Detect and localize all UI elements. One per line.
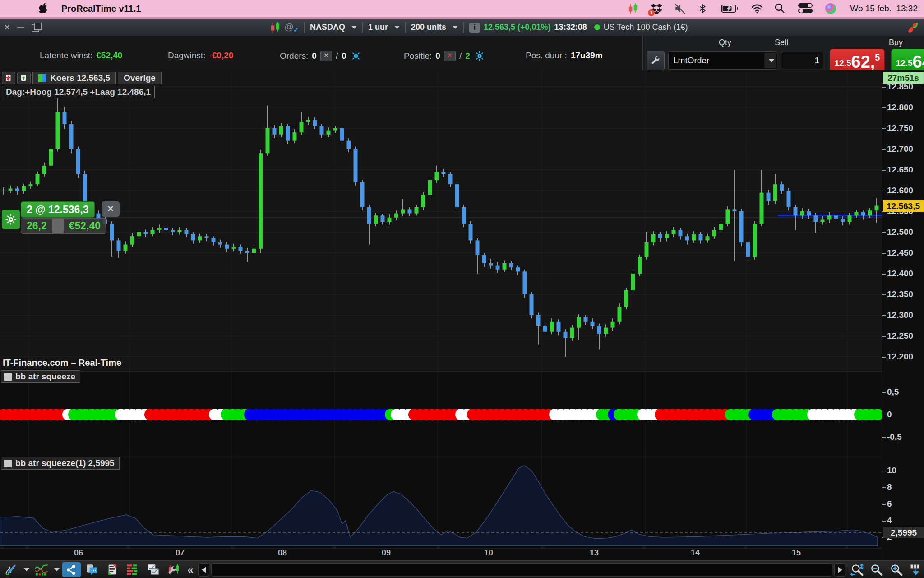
tab-overige[interactable]: Overige (118, 72, 162, 84)
info-icon[interactable]: i (469, 23, 480, 33)
position-close-button[interactable]: × (102, 201, 120, 217)
app-title: ProRealTime v11.1 (61, 4, 141, 14)
candlestick-icon[interactable] (627, 3, 639, 14)
axis-label: 12.400 (887, 269, 913, 279)
indicator2-label[interactable]: bb atr squeeze(1) 2,5995 (1, 457, 120, 470)
news-button[interactable] (103, 562, 121, 577)
axis-tick (882, 191, 886, 191)
draw-dropdown-arrow[interactable] (20, 562, 30, 577)
scroll-right-button[interactable] (834, 563, 846, 577)
chevron-down-icon (769, 59, 774, 62)
chat-button[interactable] (83, 562, 101, 577)
position-gear-button[interactable] (2, 210, 20, 229)
prorealtime-logo-icon[interactable] (906, 21, 919, 34)
zoom-out-button[interactable] (869, 562, 885, 577)
scroll-left-button[interactable] (198, 563, 210, 577)
buy-price-prefix: 12.5 (896, 58, 913, 68)
strategy-wrench-button[interactable] (164, 562, 183, 577)
axis-label: 10 (887, 466, 896, 475)
axis-tick (882, 504, 886, 505)
go-to-last-candle-button[interactable] (908, 562, 924, 577)
position-info: 26,2 €52,40 (21, 218, 106, 234)
draw-tool-button[interactable] (2, 562, 20, 577)
position-tag[interactable]: 2 @ 12.536,3 (21, 201, 95, 218)
datafeed-watermark: IT-Finance.com – Real-Time (3, 358, 121, 368)
dropbox-icon[interactable]: 1 (651, 3, 662, 14)
orders-settings-gear-icon[interactable] (350, 51, 362, 61)
export-down-button[interactable] (2, 72, 15, 84)
time-axis-label: 10 (484, 548, 493, 558)
axis-label: -0,5 (887, 432, 902, 442)
chart-scrollbar[interactable] (211, 563, 832, 577)
position-open-count: 0 (435, 51, 440, 61)
slash: / (459, 51, 462, 61)
mute-icon[interactable] (674, 3, 686, 14)
day-profit-value: -€0,20 (209, 51, 233, 61)
axis-tick (882, 253, 886, 254)
axis-label: 12.650 (887, 165, 913, 175)
menubar-clock[interactable]: Wo 15 feb. 13:32 (850, 4, 918, 14)
instrument-time: 13:32:08 (554, 23, 587, 32)
indicators-dropdown-arrow[interactable] (51, 562, 60, 577)
tab-koers-label: Koers 12.563,5 (50, 73, 110, 83)
position-duration-label: Pos. duur : (526, 51, 567, 61)
control-center-icon[interactable] (798, 3, 813, 14)
order-settings-wrench-button[interactable] (647, 51, 665, 70)
menubar-status-icons: 1 Wo 15 feb. 13:32 (627, 3, 918, 14)
time-axis-label: 15 (792, 548, 801, 558)
share-button[interactable] (62, 562, 81, 577)
timeframe-dropdown[interactable]: 1 uur (368, 23, 400, 32)
buy-label: Buy (889, 38, 924, 47)
price-axis[interactable]: 12.85012.80012.75012.70012.65012.60012.5… (882, 70, 924, 560)
wifi-icon[interactable] (751, 3, 762, 14)
import-up-button[interactable] (17, 72, 31, 84)
time-axis-label: 13 (590, 548, 599, 558)
chevron-down-icon (394, 26, 400, 29)
indicator1-label[interactable]: bb atr squeeze (1, 370, 80, 383)
qty-input[interactable] (781, 52, 823, 69)
minimize-window-icon[interactable]: — (17, 23, 24, 32)
collapse-toolbar[interactable]: « (188, 564, 194, 576)
bottom-toolbar: « (0, 560, 924, 578)
time-axis[interactable]: 0607080910131415 (0, 548, 882, 560)
order-book-button[interactable] (124, 562, 142, 577)
chart-plot[interactable] (0, 70, 924, 560)
instrument-dropdown[interactable]: NASDAQ (310, 23, 357, 32)
axis-tick (882, 294, 886, 295)
chart-region: 12.85012.80012.75012.70012.65012.60012.5… (0, 70, 924, 560)
last-price-marker: 12.563,5 (883, 200, 924, 212)
windows-button[interactable] (144, 562, 162, 577)
indicator-swatch (4, 373, 12, 381)
axis-label: 4 (887, 516, 892, 526)
link-icon[interactable]: @✓ (285, 22, 299, 33)
units-dropdown[interactable]: 200 units (411, 23, 458, 32)
sell-price-decimal: 5 (875, 52, 880, 63)
axis-label: 12.750 (887, 123, 913, 133)
window-titlebar: × — @✓ NASDAQ 1 uur 200 units i 12.563,5… (0, 19, 924, 37)
indicators-button[interactable] (32, 562, 51, 577)
position-points: 26,2 (21, 220, 52, 232)
zoom-in-button[interactable] (888, 562, 904, 577)
siri-icon[interactable] (825, 3, 836, 14)
position-profit: €52,40 (64, 220, 106, 232)
atr-value-marker: 2,5995 (883, 527, 924, 538)
battery-icon[interactable] (721, 3, 739, 14)
search-icon[interactable] (774, 3, 786, 14)
position-settings-gear-icon[interactable] (474, 51, 485, 61)
bluetooth-icon[interactable] (698, 3, 709, 14)
tab-koers[interactable]: Koers 12.563,5 (32, 72, 116, 84)
apple-icon[interactable] (39, 3, 49, 14)
sell-button[interactable]: 12.562,5 (830, 49, 885, 72)
axis-tick (882, 107, 886, 108)
cancel-orders-button[interactable]: × (320, 51, 332, 61)
restore-window-icon[interactable] (32, 24, 39, 32)
close-window-icon[interactable]: × (5, 22, 10, 33)
order-type-select[interactable]: LmtOrder (668, 51, 777, 70)
time-axis-label: 06 (74, 548, 83, 558)
zoom-fit-button[interactable] (849, 562, 865, 577)
sell-price-prefix: 12.5 (835, 58, 851, 68)
axis-label: 6 (887, 499, 892, 509)
buy-button[interactable]: 12.564,5 (891, 49, 924, 72)
instrument-price: 12.563,5 (+0,01%) (484, 23, 551, 32)
close-position-button[interactable]: × (444, 51, 456, 61)
